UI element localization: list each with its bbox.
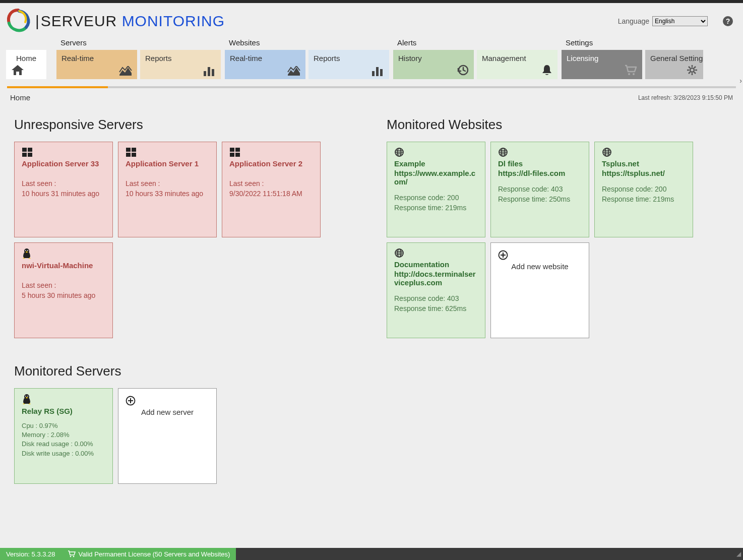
website-card[interactable]: Documentationhttp://docs.terminalservice… [387,242,485,338]
svg-point-25 [26,252,28,253]
windows-icon [22,147,105,157]
server-name: Relay RS (SG) [22,407,105,415]
language-select[interactable]: English [652,16,708,26]
nav-servers-realtime[interactable]: Real-time [56,50,137,79]
svg-point-24 [27,250,28,251]
server-name: Application Server 2 [229,159,313,168]
add-website-card[interactable]: Add new website [490,242,589,338]
globe-icon [602,147,686,157]
svg-rect-17 [132,153,136,157]
nav-home-label: Home [16,54,36,63]
website-card[interactable]: Examplehttps://www.example.com/Response … [387,142,485,237]
nav-servers-reports[interactable]: Reports [140,50,221,79]
website-card[interactable]: Dl fileshttps://dl-files.comResponse cod… [490,142,589,237]
server-card[interactable]: nwi-Virtual-MachineLast seen :5 hours 30… [14,242,113,338]
svg-rect-18 [230,148,234,152]
nav-websites-reports[interactable]: Reports [308,50,389,79]
header: |SERVEUR MONITORING Language English ? [0,3,743,37]
bell-icon [541,64,552,76]
svg-point-29 [26,397,28,398]
footer-license: Valid Permanent License (50 Servers and … [61,548,236,560]
section-monitored-servers-title: Monitored Servers [14,363,356,379]
breadcrumb-row: Home Last refresh: 3/28/2023 9:15:50 PM [0,88,743,102]
nav-alerts-management[interactable]: Management [477,50,558,79]
nav-scroll-right[interactable]: › [739,77,742,85]
windows-icon [229,147,313,157]
history-icon [457,64,469,76]
svg-rect-15 [132,148,136,152]
svg-rect-21 [235,153,240,157]
server-card[interactable]: Application Server 2Last seen :9/30/2022… [222,142,321,237]
cart-icon [68,550,76,557]
svg-point-48 [70,556,71,557]
nav-group-servers: Servers [56,37,221,50]
logo-swirl-icon [4,7,32,35]
section-websites-title: Monitored Websites [387,117,729,133]
svg-point-8 [633,73,635,75]
gear-icon [686,64,698,76]
svg-point-7 [628,73,630,75]
svg-rect-3 [372,71,375,76]
server-lastseen: Last seen :10 hours 31 minutes ago [22,179,105,199]
svg-point-23 [25,250,26,251]
svg-rect-20 [230,153,234,157]
nav-general-settings[interactable]: General Settings [645,50,703,79]
add-server-label: Add new server [126,408,209,416]
server-name: nwi-Virtual-Machine [22,261,105,270]
websites-grid: Examplehttps://www.example.com/Response … [387,142,729,338]
last-refresh: Last refresh: 3/28/2023 9:15:50 PM [638,94,733,101]
server-stats: Cpu : 0.97%Memory : 2.08%Disk read usage… [22,421,105,458]
globe-icon [394,248,478,258]
svg-rect-16 [126,153,131,157]
nav-group-settings: Settings [562,37,703,50]
logo: |SERVEUR MONITORING [4,7,225,35]
linux-icon [22,394,105,405]
website-meta: Response code: 200Response time: 219ms [394,193,478,213]
svg-point-28 [27,396,28,397]
svg-rect-4 [376,67,379,76]
svg-point-9 [690,68,694,72]
website-name: Example [394,159,478,168]
nav-licensing[interactable]: Licensing [562,50,642,79]
add-server-card[interactable]: Add new server [118,388,217,484]
help-icon[interactable]: ? [723,16,733,26]
server-lastseen: Last seen :10 hours 33 minutes ago [126,179,209,199]
svg-point-27 [25,396,26,397]
nav-group-alerts: Alerts [393,37,558,50]
nav-home[interactable]: Home [6,50,46,79]
nav-alerts-history[interactable]: History [393,50,474,79]
nav: . Home Servers Real-time Reports [0,37,743,79]
svg-rect-1 [208,67,210,76]
resize-grip-icon[interactable]: ◢ [736,550,741,557]
server-name: Application Server 33 [22,159,105,168]
svg-point-49 [73,556,74,557]
svg-rect-2 [212,69,214,76]
progress-bar [7,86,736,88]
website-name: Tsplus.net [602,159,686,168]
realtime-icon [119,66,132,76]
add-website-label: Add new website [498,262,582,271]
svg-rect-19 [235,148,240,152]
website-card[interactable]: Tsplus.nethttps://tsplus.net/Response co… [594,142,693,237]
svg-rect-14 [126,148,131,152]
server-card[interactable]: Application Server 33Last seen :10 hours… [14,142,113,237]
section-unresponsive-title: Unresponsive Servers [14,117,356,133]
logo-text: |SERVEUR MONITORING [35,13,225,30]
svg-rect-12 [22,153,27,157]
nav-websites-realtime[interactable]: Real-time [225,50,305,79]
website-url: https://dl-files.com [498,169,582,177]
plus-icon [498,250,582,260]
server-card[interactable]: Application Server 1Last seen :10 hours … [118,142,217,237]
website-url: http://docs.terminalserviceplus.com [394,270,478,287]
website-url: https://tsplus.net/ [602,169,686,177]
barchart-icon [371,66,384,76]
windows-icon [126,147,209,157]
footer: Version: 5.3.3.28 Valid Permanent Licens… [0,548,743,560]
svg-rect-13 [28,153,32,157]
svg-rect-5 [380,69,383,76]
language-label: Language [618,17,649,25]
footer-version: Version: 5.3.3.28 [0,548,61,560]
linux-icon [22,248,105,259]
server-name: Application Server 1 [126,159,209,168]
monitored-server-card[interactable]: Relay RS (SG)Cpu : 0.97%Memory : 2.08%Di… [14,388,113,484]
